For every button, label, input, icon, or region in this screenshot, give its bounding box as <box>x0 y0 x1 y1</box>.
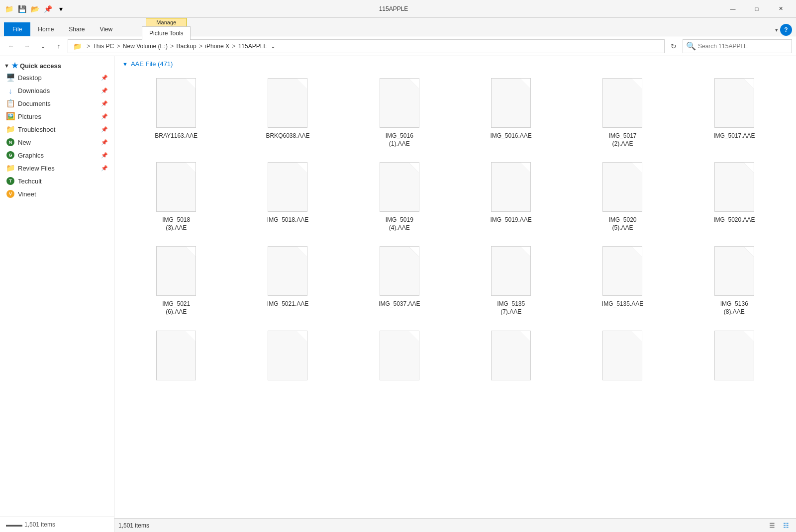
file-item[interactable]: IMG_5021.AAE <box>234 240 341 320</box>
ribbon-tabs: File Home Share View Manage Picture Tool… <box>0 18 796 36</box>
file-item[interactable]: IMG_5020 (5).AAE <box>569 156 676 236</box>
folder-icon[interactable]: 📁 <box>4 4 14 14</box>
ribbon-end: ▾ ? <box>775 24 792 36</box>
group-header[interactable]: ▼ AAE File (471) <box>122 60 788 68</box>
save-icon[interactable]: 💾 <box>17 4 27 14</box>
recent-button[interactable]: ⌄ <box>36 39 50 53</box>
file-icon <box>156 78 196 128</box>
file-icon-wrapper <box>154 328 199 383</box>
sidebar-label-vineet: Vineet <box>18 190 36 198</box>
file-name: IMG_5019 (4).AAE <box>375 216 424 232</box>
pin-icon-graphics: 📌 <box>101 152 108 159</box>
item-count-label: 1,501 items <box>24 521 55 528</box>
sidebar-label-techcult: Techcult <box>18 177 42 185</box>
sidebar-item-pictures[interactable]: 🖼️ Pictures 📌 <box>0 110 114 123</box>
sidebar-item-review-files[interactable]: 📁 Review Files 📌 <box>0 162 114 175</box>
file-item[interactable]: IMG_5020.AAE <box>681 156 788 236</box>
file-icon <box>268 162 307 212</box>
path-115apple[interactable]: 115APPLE <box>238 43 268 50</box>
sidebar-item-troubleshoot[interactable]: 📁 Troubleshoot 📌 <box>0 123 114 136</box>
file-item[interactable] <box>122 324 230 389</box>
file-icon-wrapper <box>712 160 757 214</box>
file-name: IMG_5016 (1).AAE <box>375 132 424 148</box>
file-icon-wrapper <box>265 160 310 214</box>
file-icon-wrapper <box>265 244 310 298</box>
refresh-button[interactable]: ↻ <box>667 39 681 53</box>
file-item[interactable]: IMG_5135.AAE <box>569 240 676 320</box>
file-item[interactable]: IMG_5017.AAE <box>681 72 788 152</box>
grid-view-button[interactable]: ☷ <box>780 520 792 532</box>
file-item[interactable]: IMG_5017 (2).AAE <box>569 72 676 152</box>
minimize-button[interactable]: — <box>721 0 744 18</box>
file-name: IMG_5135.AAE <box>602 300 643 308</box>
file-item[interactable]: IMG_5018 (3).AAE <box>122 156 230 236</box>
path-new-volume[interactable]: New Volume (E:) <box>123 43 168 50</box>
sidebar-item-graphics[interactable]: G Graphics 📌 <box>0 149 114 162</box>
status-bar: 1,501 items ☰ ☷ <box>114 518 796 532</box>
file-item[interactable]: IMG_5019.AAE <box>457 156 565 236</box>
file-item[interactable] <box>457 324 565 389</box>
sidebar-item-desktop[interactable]: 🖥️ Desktop 📌 <box>0 71 114 84</box>
file-item[interactable] <box>681 324 788 389</box>
file-icon-wrapper <box>154 244 199 298</box>
help-button[interactable]: ? <box>780 24 792 36</box>
search-input[interactable] <box>698 43 789 50</box>
file-item[interactable]: BRAY1163.AAE <box>122 72 230 152</box>
tab-share[interactable]: Share <box>61 22 92 36</box>
file-item[interactable] <box>569 324 676 389</box>
file-icon-wrapper <box>377 328 422 383</box>
sidebar: ▼ ★ Quick access 🖥️ Desktop 📌 ↓ Download… <box>0 56 114 532</box>
file-item[interactable]: IMG_5021 (6).AAE <box>122 240 230 320</box>
file-icon-wrapper <box>600 76 645 130</box>
path-backup[interactable]: Backup <box>177 43 197 50</box>
dropdown-arrow[interactable]: ▾ <box>56 4 66 14</box>
file-item[interactable]: IMG_5018.AAE <box>234 156 341 236</box>
pin-icon[interactable]: 📌 <box>43 4 53 14</box>
group-label: AAE File (471) <box>131 60 173 68</box>
address-path[interactable]: 📁 > This PC > New Volume (E:) > Backup >… <box>68 39 665 53</box>
sidebar-scroll: ▼ ★ Quick access 🖥️ Desktop 📌 ↓ Download… <box>0 56 114 517</box>
tab-file[interactable]: File <box>4 22 30 36</box>
file-icon-wrapper <box>489 160 533 214</box>
up-button[interactable]: ↑ <box>52 39 66 53</box>
file-icon-wrapper <box>600 244 645 298</box>
desktop-icon: 🖥️ <box>6 73 15 82</box>
back-button[interactable]: ← <box>4 39 18 53</box>
file-item[interactable] <box>346 324 453 389</box>
sidebar-item-downloads[interactable]: ↓ Downloads 📌 <box>0 84 114 97</box>
file-item[interactable]: IMG_5016.AAE <box>457 72 565 152</box>
list-view-button[interactable]: ☰ <box>766 520 778 532</box>
path-iphone[interactable]: iPhone X <box>205 43 229 50</box>
ribbon-collapse-arrow[interactable]: ▾ <box>775 27 778 33</box>
file-item[interactable] <box>234 324 341 389</box>
quick-access-header[interactable]: ▼ ★ Quick access <box>0 58 114 71</box>
file-item[interactable]: IMG_5016 (1).AAE <box>346 72 453 152</box>
file-name: IMG_5020 (5).AAE <box>597 216 647 232</box>
file-item[interactable]: IMG_5136 (8).AAE <box>681 240 788 320</box>
maximize-button[interactable]: □ <box>745 0 768 18</box>
file-item[interactable]: BRKQ6038.AAE <box>234 72 341 152</box>
file-item[interactable]: IMG_5019 (4).AAE <box>346 156 453 236</box>
file-name: IMG_5017 (2).AAE <box>597 132 647 148</box>
chevron-down-icon: ▼ <box>4 63 9 69</box>
folder-icon2[interactable]: 📂 <box>30 4 40 14</box>
sidebar-item-documents[interactable]: 📋 Documents 📌 <box>0 97 114 110</box>
path-this-pc[interactable]: This PC <box>91 43 114 50</box>
tab-home[interactable]: Home <box>30 22 61 36</box>
file-icon-wrapper <box>377 76 422 130</box>
file-item[interactable]: IMG_5135 (7).AAE <box>457 240 565 320</box>
files-grid: BRAY1163.AAE BRKQ6038.AAE IMG_5016 (1).A… <box>122 72 788 389</box>
file-item[interactable]: IMG_5037.AAE <box>346 240 453 320</box>
tab-view[interactable]: View <box>92 22 120 36</box>
search-box[interactable]: 🔍 <box>683 39 792 53</box>
forward-button[interactable]: → <box>20 39 34 53</box>
file-name: IMG_5018 (3).AAE <box>151 216 201 232</box>
path-dropdown-arrow[interactable]: ⌄ <box>267 43 277 50</box>
sidebar-bottom: ▬▬▬ 1,501 items <box>0 517 114 532</box>
sidebar-item-techcult[interactable]: T Techcult <box>0 175 114 187</box>
sidebar-item-new[interactable]: N New 📌 <box>0 136 114 149</box>
tab-picture-tools[interactable]: Picture Tools <box>142 26 191 40</box>
close-button[interactable]: ✕ <box>769 0 792 18</box>
sidebar-item-vineet[interactable]: V Vineet <box>0 187 114 200</box>
file-icon-wrapper <box>489 244 533 298</box>
